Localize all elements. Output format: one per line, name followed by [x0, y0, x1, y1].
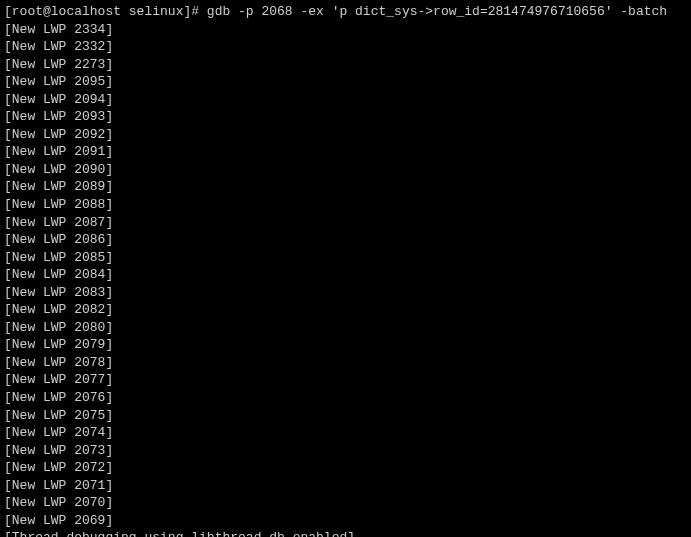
lwp-line: [New LWP 2072] [4, 459, 687, 477]
lwp-line: [New LWP 2078] [4, 354, 687, 372]
lwp-line: [New LWP 2086] [4, 231, 687, 249]
lwp-line: [New LWP 2085] [4, 249, 687, 267]
lwp-line: [New LWP 2273] [4, 56, 687, 74]
shell-prompt: [root@localhost selinux]# [4, 4, 207, 19]
lwp-line: [New LWP 2077] [4, 371, 687, 389]
lwp-line: [New LWP 2084] [4, 266, 687, 284]
lwp-line: [New LWP 2083] [4, 284, 687, 302]
lwp-line: [New LWP 2092] [4, 126, 687, 144]
lwp-line: [New LWP 2095] [4, 73, 687, 91]
lwp-line: [New LWP 2070] [4, 494, 687, 512]
lwp-line: [New LWP 2071] [4, 477, 687, 495]
lwp-line: [New LWP 2082] [4, 301, 687, 319]
lwp-line: [New LWP 2090] [4, 161, 687, 179]
lwp-line: [New LWP 2091] [4, 143, 687, 161]
lwp-line: [New LWP 2089] [4, 178, 687, 196]
lwp-line: [New LWP 2075] [4, 407, 687, 425]
lwp-line: [New LWP 2079] [4, 336, 687, 354]
lwp-line: [New LWP 2069] [4, 512, 687, 530]
lwp-line: [New LWP 2076] [4, 389, 687, 407]
lwp-line: [New LWP 2073] [4, 442, 687, 460]
thread-debug-line: [Thread debugging using libthread_db ena… [4, 529, 687, 537]
lwp-line: [New LWP 2093] [4, 108, 687, 126]
lwp-line: [New LWP 2094] [4, 91, 687, 109]
lwp-line: [New LWP 2088] [4, 196, 687, 214]
lwp-line: [New LWP 2087] [4, 214, 687, 232]
lwp-line: [New LWP 2334] [4, 21, 687, 39]
lwp-list: [New LWP 2334][New LWP 2332][New LWP 227… [4, 21, 687, 530]
lwp-line: [New LWP 2080] [4, 319, 687, 337]
command-line[interactable]: [root@localhost selinux]# gdb -p 2068 -e… [4, 3, 687, 21]
command-text: gdb -p 2068 -ex 'p dict_sys->row_id=2814… [207, 4, 667, 19]
lwp-line: [New LWP 2332] [4, 38, 687, 56]
lwp-line: [New LWP 2074] [4, 424, 687, 442]
